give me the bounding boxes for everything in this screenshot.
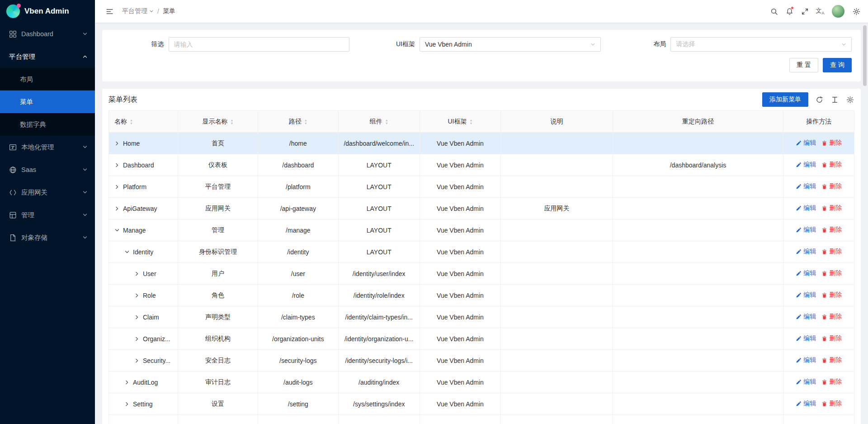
filter-input[interactable] [169,37,350,52]
sidebar-subitem-layout[interactable]: 布局 [0,68,95,91]
sidebar-item-localization[interactable]: 本地化管理 [0,136,95,158]
delete-button[interactable]: 删除 [821,161,842,169]
delete-button[interactable]: 删除 [821,400,842,408]
reset-button[interactable]: 重 置 [789,58,818,72]
cell-description [501,328,613,350]
cell-display-name: 声明类型 [178,306,258,328]
cell-name: AuditLog [109,372,178,393]
edit-button[interactable]: 编辑 [796,400,816,408]
column-settings-icon[interactable] [845,95,854,104]
row-name: User [143,270,156,277]
expand-caret-icon[interactable] [134,293,140,298]
column-header-ui-framework[interactable]: UI框架▲▼ [420,111,501,133]
edit-button[interactable]: 编辑 [796,291,816,299]
vertical-scrollbar[interactable] [863,25,867,86]
expand-caret-icon[interactable] [114,162,120,168]
delete-icon [821,314,827,320]
fullscreen-icon[interactable] [797,4,812,19]
notification-bell-icon[interactable] [782,4,797,19]
expand-caret-icon[interactable] [114,228,120,233]
edit-button[interactable]: 编辑 [796,313,816,321]
delete-button[interactable]: 删除 [821,139,842,147]
edit-button[interactable]: 编辑 [796,248,816,256]
edit-button[interactable]: 编辑 [796,269,816,277]
layout-select[interactable]: 请选择 [670,37,852,52]
add-menu-button[interactable]: 添加新菜单 [762,92,808,107]
delete-button[interactable]: 删除 [821,269,842,277]
delete-button[interactable]: 删除 [821,356,842,364]
expand-caret-icon[interactable] [134,358,140,363]
edit-button[interactable]: 编辑 [796,204,816,212]
expand-caret-icon[interactable] [124,401,130,407]
logo-icon [6,5,20,18]
delete-icon [821,336,827,342]
sidebar-item-gateway[interactable]: 应用网关 [0,181,95,204]
collapse-sidebar-icon[interactable] [102,4,117,19]
sidebar-subitem-dictionary[interactable]: 数据字典 [0,113,95,136]
column-header-path[interactable]: 路径▲▼ [258,111,338,133]
table-row: Security...安全日志/security-logs/identity/s… [109,350,854,372]
search-button[interactable]: 查 询 [823,58,852,72]
search-icon[interactable] [767,4,781,19]
cell-name: Role [109,285,178,306]
sidebar-item-storage[interactable]: 对象存储 [0,226,95,249]
chevron-down-icon [82,144,88,150]
ui-framework-label: UI框架 [396,40,415,48]
expand-caret-icon[interactable] [134,336,140,342]
refresh-icon[interactable] [815,95,824,104]
column-header-name[interactable]: 名称▲▼ [109,111,178,133]
expand-caret-icon[interactable] [114,206,120,211]
delete-button[interactable]: 删除 [821,248,842,256]
sort-icon: ▲▼ [231,119,234,125]
edit-button[interactable]: 编辑 [796,334,816,343]
cell-actions: 编辑删除 [783,350,854,372]
edit-button[interactable]: 编辑 [796,139,816,147]
edit-button[interactable]: 编辑 [796,226,816,234]
cell-description [501,241,613,263]
delete-button[interactable]: 删除 [821,291,842,299]
sidebar-item-platform[interactable]: 平台管理 [0,45,95,68]
ui-framework-select[interactable]: Vue Vben Admin [420,37,601,52]
cell-path: /organization-units [258,328,338,350]
cell-component: LAYOUT [338,154,420,176]
column-label: 说明 [551,118,563,126]
delete-button[interactable]: 删除 [821,226,842,234]
edit-button[interactable]: 编辑 [796,161,816,169]
expand-caret-icon[interactable] [114,141,120,146]
delete-button[interactable]: 删除 [821,313,842,321]
delete-label: 删除 [829,161,842,169]
language-icon[interactable]: 文A [813,4,827,19]
sidebar-item-saas[interactable]: Saas [0,158,95,181]
delete-button[interactable]: 删除 [821,334,842,343]
row-height-icon[interactable] [830,95,839,104]
cell-description [501,154,613,176]
expand-caret-icon[interactable] [134,271,140,276]
settings-gear-icon[interactable] [849,4,863,19]
delete-button[interactable]: 删除 [821,204,842,212]
edit-button[interactable]: 编辑 [796,182,816,191]
column-header-display-name[interactable]: 显示名称▲▼ [178,111,258,133]
expand-caret-icon[interactable] [124,380,130,385]
expand-caret-icon[interactable] [114,184,120,190]
cell-actions: 编辑删除 [783,198,854,219]
cell-description [501,350,613,372]
sidebar-item-dashboard[interactable]: Dashboard [0,23,95,45]
logo[interactable]: Vben Admin [0,0,95,23]
delete-button[interactable]: 删除 [821,182,842,191]
expand-caret-icon[interactable] [124,249,130,255]
expand-caret-icon[interactable] [134,314,140,320]
column-header-component[interactable]: 组件▲▼ [338,111,420,133]
breadcrumb-parent[interactable]: 平台管理 [122,7,154,15]
edit-button[interactable]: 编辑 [796,378,816,386]
layout-field: 布局 请选择 [613,37,852,52]
cell-ui-framework: Vue Vben Admin [420,285,501,306]
edit-button[interactable]: 编辑 [796,356,816,364]
avatar[interactable] [832,5,844,18]
sidebar-item-manage[interactable]: 管理 [0,204,95,226]
sidebar-subitem-menu[interactable]: 菜单 [0,91,95,113]
menu-table: 名称▲▼显示名称▲▼路径▲▼组件▲▼UI框架▲▼说明重定向路径操作方法 Home… [108,110,854,424]
logo-text: Vben Admin [24,7,69,16]
edit-icon [796,336,802,342]
main-area: 平台管理 / 菜单 [95,0,868,424]
delete-button[interactable]: 删除 [821,378,842,386]
